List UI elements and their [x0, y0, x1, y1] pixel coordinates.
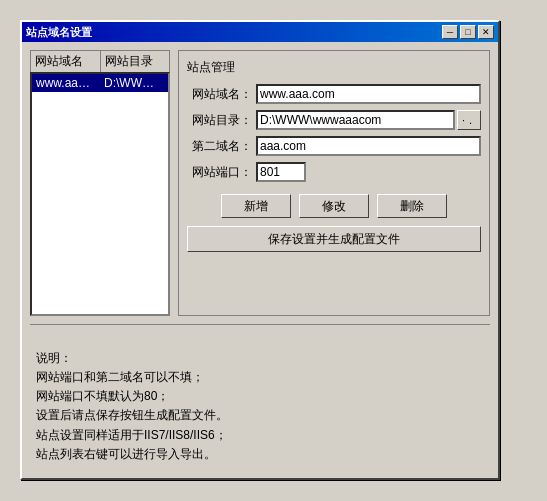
right-panel: 站点管理 网站域名： 网站目录： ·． 第二域名： 网站端口： [178, 50, 490, 316]
list-cell-directory: D:\WWW\www... [100, 74, 168, 92]
main-layout: 网站域名 网站目录 www.aaa.com D:\WWW\www... 站点管理… [30, 50, 490, 316]
domain-row: 网站域名： [187, 84, 481, 104]
maximize-button[interactable]: □ [460, 25, 476, 39]
site-list[interactable]: www.aaa.com D:\WWW\www... [30, 72, 170, 316]
title-controls: ─ □ ✕ [442, 25, 494, 39]
notes-line-3: 站点设置同样适用于IIS7/IIS8/IIS6； [36, 426, 484, 445]
list-cell-domain: www.aaa.com [32, 74, 100, 92]
delete-button[interactable]: 删除 [377, 194, 447, 218]
window-content: 网站域名 网站目录 www.aaa.com D:\WWW\www... 站点管理… [22, 42, 498, 478]
action-buttons: 新增 修改 删除 [187, 194, 481, 218]
notes-line-0: 网站端口和第二域名可以不填； [36, 368, 484, 387]
title-bar: 站点域名设置 ─ □ ✕ [22, 22, 498, 42]
dir-input[interactable] [256, 110, 455, 130]
header-domain: 网站域名 [31, 51, 101, 72]
save-button[interactable]: 保存设置并生成配置文件 [187, 226, 481, 252]
second-domain-input[interactable] [256, 136, 481, 156]
port-label: 网站端口： [187, 164, 252, 181]
left-panel: 网站域名 网站目录 www.aaa.com D:\WWW\www... [30, 50, 170, 316]
list-item[interactable]: www.aaa.com D:\WWW\www... [32, 74, 168, 92]
close-button[interactable]: ✕ [478, 25, 494, 39]
minimize-button[interactable]: ─ [442, 25, 458, 39]
port-input[interactable] [256, 162, 306, 182]
domain-input[interactable] [256, 84, 481, 104]
notes-line-4: 站点列表右键可以进行导入导出。 [36, 445, 484, 464]
second-domain-label: 第二域名： [187, 138, 252, 155]
modify-button[interactable]: 修改 [299, 194, 369, 218]
notes-title: 说明： [36, 349, 484, 368]
domain-label: 网站域名： [187, 86, 252, 103]
dir-label: 网站目录： [187, 112, 252, 129]
browse-button[interactable]: ·． [457, 110, 481, 130]
window-title: 站点域名设置 [26, 25, 92, 40]
dir-row: 网站目录： ·． [187, 110, 481, 130]
add-button[interactable]: 新增 [221, 194, 291, 218]
notes-line-1: 网站端口不填默认为80； [36, 387, 484, 406]
header-directory: 网站目录 [101, 51, 170, 72]
main-window: 站点域名设置 ─ □ ✕ 网站域名 网站目录 www.aaa.com D:\WW… [20, 20, 500, 480]
group-title: 站点管理 [187, 59, 481, 76]
list-header: 网站域名 网站目录 [30, 50, 170, 72]
port-row: 网站端口： [187, 162, 481, 182]
notes-line-2: 设置后请点保存按钮生成配置文件。 [36, 406, 484, 425]
second-domain-row: 第二域名： [187, 136, 481, 156]
notes-section: 说明： 网站端口和第二域名可以不填； 网站端口不填默认为80； 设置后请点保存按… [30, 343, 490, 470]
divider [30, 324, 490, 325]
